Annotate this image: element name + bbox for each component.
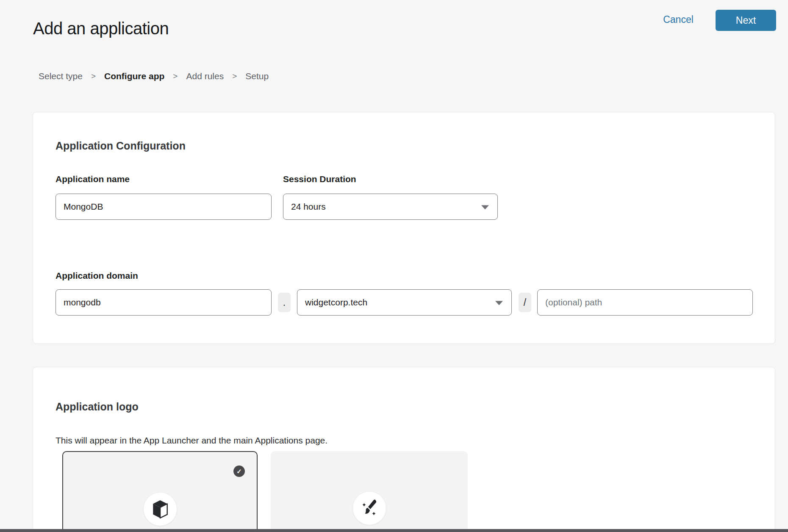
step-setup[interactable]: Setup — [245, 71, 269, 81]
application-name-label: Application name — [55, 174, 130, 184]
path-input[interactable] — [537, 289, 753, 316]
page-title: Add an application — [33, 19, 169, 38]
card-title: Application logo — [55, 401, 139, 413]
selected-check-icon: ✓ — [233, 466, 245, 477]
next-button[interactable]: Next — [716, 10, 776, 31]
domain-select[interactable]: widgetcorp.tech — [297, 289, 512, 316]
cube-icon — [151, 499, 169, 519]
wizard-steps: Select type > Configure app > Add rules … — [39, 71, 269, 81]
step-add-rules[interactable]: Add rules — [186, 71, 224, 81]
cancel-button[interactable]: Cancel — [660, 14, 696, 25]
application-name-input[interactable] — [55, 194, 272, 220]
chevron-down-icon — [481, 205, 489, 210]
session-duration-label: Session Duration — [283, 174, 356, 184]
subdomain-input[interactable] — [55, 289, 272, 316]
chevron-separator: > — [232, 72, 237, 81]
session-duration-value: 24 hours — [291, 202, 326, 212]
chevron-separator: > — [91, 72, 96, 81]
chevron-down-icon — [495, 301, 503, 305]
logo-description: This will appear in the App Launcher and… — [55, 435, 327, 446]
card-title: Application Configuration — [55, 140, 186, 152]
paintbrush-sparkles-icon — [361, 499, 378, 518]
bottom-edge-bar — [0, 529, 788, 532]
dot-separator: . — [278, 293, 291, 312]
step-configure-app[interactable]: Configure app — [104, 71, 164, 81]
logo-circle — [353, 492, 386, 525]
slash-separator: / — [519, 293, 531, 312]
step-select-type[interactable]: Select type — [39, 71, 83, 81]
logo-option-custom[interactable]: Custom — [271, 451, 468, 532]
application-configuration-card: Application Configuration Application na… — [33, 112, 775, 344]
application-logo-card: Application logo This will appear in the… — [33, 367, 775, 532]
application-domain-label: Application domain — [55, 271, 138, 281]
domain-value: widgetcorp.tech — [305, 297, 367, 308]
add-application-page: Add an application Cancel Next Select ty… — [0, 0, 788, 532]
session-duration-select[interactable]: 24 hours — [283, 194, 498, 220]
logo-circle — [144, 493, 177, 526]
chevron-separator: > — [173, 72, 178, 81]
logo-option-default[interactable]: ✓ Default — [62, 451, 258, 532]
